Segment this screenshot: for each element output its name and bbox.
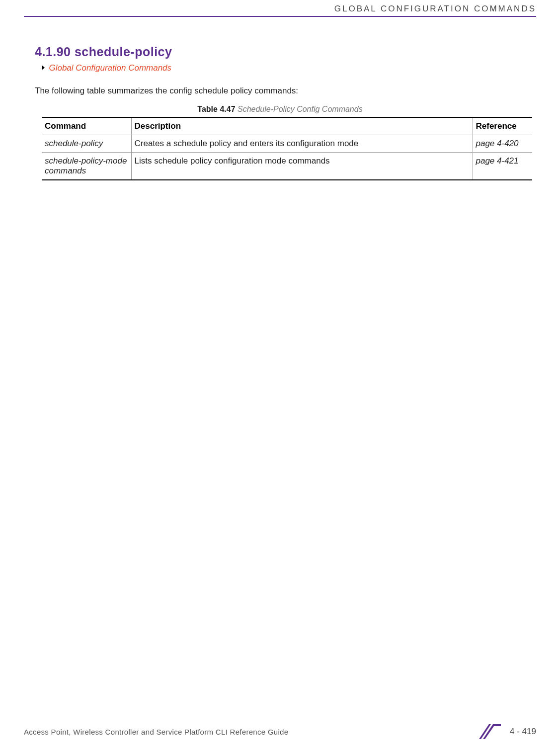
table-caption: Table 4.47 Schedule-Policy Config Comman… <box>35 105 525 114</box>
page-header-category: GLOBAL CONFIGURATION COMMANDS <box>0 0 560 16</box>
footer-right: 4 - 419 <box>479 724 536 739</box>
table-header-description: Description <box>131 117 473 135</box>
section-heading: 4.1.90 schedule-policy <box>35 45 525 59</box>
table-row: schedule-policy Creates a schedule polic… <box>42 135 532 153</box>
breadcrumb-link[interactable]: Global Configuration Commands <box>49 63 171 73</box>
brand-flag-icon <box>479 724 501 739</box>
description-cell: Lists schedule policy configuration mode… <box>131 153 473 180</box>
reference-cell[interactable]: page 4-420 <box>473 135 532 153</box>
table-header-row: Command Description Reference <box>42 117 532 135</box>
breadcrumb: Global Configuration Commands <box>42 63 525 73</box>
commands-table: Command Description Reference schedule-p… <box>42 117 532 180</box>
table-row: schedule-policy-mode commands Lists sche… <box>42 153 532 180</box>
description-cell: Creates a schedule policy and enters its… <box>131 135 473 153</box>
table-caption-label: Table 4.47 <box>197 105 235 113</box>
reference-cell[interactable]: page 4-421 <box>473 153 532 180</box>
intro-paragraph: The following table summarizes the confi… <box>35 86 525 96</box>
content-area: 4.1.90 schedule-policy Global Configurat… <box>0 17 560 180</box>
table-header-reference: Reference <box>473 117 532 135</box>
command-cell[interactable]: schedule-policy-mode commands <box>42 153 131 180</box>
footer-doc-title: Access Point, Wireless Controller and Se… <box>24 728 288 736</box>
command-cell[interactable]: schedule-policy <box>42 135 131 153</box>
table-header-command: Command <box>42 117 131 135</box>
table-caption-title: Schedule-Policy Config Commands <box>238 105 363 113</box>
caret-right-icon <box>42 65 45 70</box>
page-footer: Access Point, Wireless Controller and Se… <box>24 724 536 739</box>
page-number: 4 - 419 <box>510 727 536 737</box>
